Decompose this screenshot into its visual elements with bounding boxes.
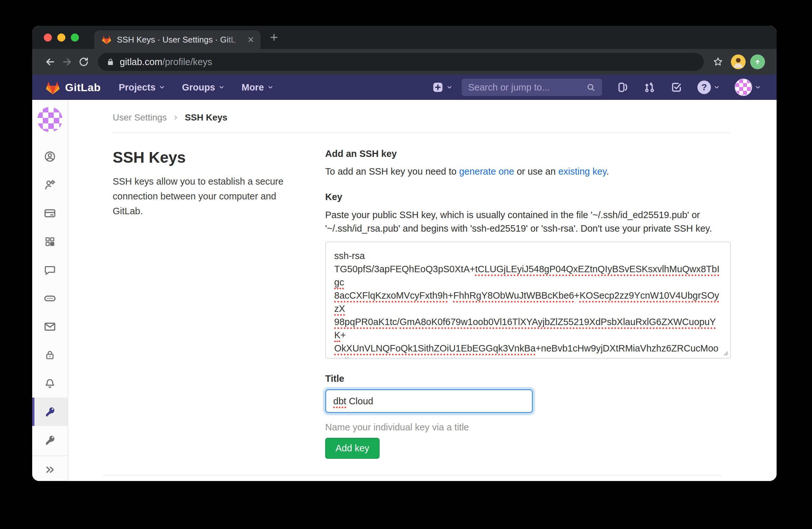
sidebar-item-password[interactable]	[32, 341, 68, 369]
add-key-button[interactable]: Add key	[325, 438, 380, 459]
generate-one-link[interactable]: generate one	[459, 166, 514, 176]
browser-update-button[interactable]	[750, 55, 765, 69]
help-menu[interactable]: ?	[697, 81, 720, 94]
key-icon	[44, 405, 56, 418]
url-host: gitlab.com	[120, 57, 162, 67]
nav-projects-menu[interactable]: Projects	[119, 82, 165, 93]
merge-request-icon[interactable]	[643, 81, 655, 94]
nav-more-menu[interactable]: More	[242, 82, 273, 93]
search-placeholder: Search or jump to...	[468, 82, 586, 93]
sidebar-item-emails[interactable]	[32, 313, 68, 341]
chevron-down-icon	[713, 84, 720, 90]
resize-grip-icon[interactable]	[721, 349, 729, 357]
grid-icon	[44, 236, 56, 247]
section-divider	[103, 475, 721, 475]
sidebar-collapse-button[interactable]	[32, 457, 68, 481]
key-label: Key	[325, 192, 731, 202]
sidebar-item-chat[interactable]	[32, 256, 68, 284]
https-lock-icon	[106, 58, 115, 66]
chevron-down-icon	[218, 84, 225, 90]
browser-toolbar: gitlab.com/profile/keys	[32, 49, 777, 75]
browser-profile-avatar[interactable]	[731, 55, 746, 69]
search-input[interactable]: Search or jump to...	[462, 78, 602, 96]
sidebar-item-applications[interactable]	[32, 227, 68, 256]
tab-title: SSH Keys · User Settings · GitL	[117, 35, 242, 45]
person-circle-icon	[44, 151, 56, 163]
sidebar-item-ssh-keys[interactable]	[32, 398, 68, 426]
plus-square-icon	[432, 82, 444, 93]
intro-text: To add an SSH key you need to generate o…	[325, 166, 731, 177]
search-icon	[586, 83, 596, 92]
gitlab-navbar: GitLab Projects Groups More Search or ju…	[32, 75, 777, 100]
ssh-key-textarea[interactable]: ssh-rsaTG50pfS/3apFEQhEoQ3pS0XtA+tCLUGjL…	[325, 242, 731, 359]
title-input[interactable]: dbt Cloud	[325, 389, 533, 413]
breadcrumb: User Settings SSH Keys	[113, 100, 731, 133]
pill-dots-icon	[43, 292, 56, 305]
envelope-icon	[43, 320, 56, 333]
page-title: SSH Keys	[113, 148, 316, 166]
tab-close-icon[interactable]	[247, 36, 255, 43]
user-avatar	[735, 78, 752, 96]
help-icon: ?	[697, 81, 711, 94]
chevron-down-icon	[755, 84, 761, 90]
sidebar-item-gpg-keys[interactable]	[32, 426, 68, 454]
new-menu-button[interactable]	[432, 82, 453, 93]
zoom-window-button[interactable]	[71, 33, 79, 42]
sidebar-item-billing[interactable]	[32, 199, 68, 227]
existing-key-link[interactable]: existing key	[558, 166, 606, 176]
reload-button[interactable]	[75, 54, 92, 70]
forward-button[interactable]	[59, 54, 75, 70]
todos-icon[interactable]	[670, 81, 683, 94]
browser-tab-bar: SSH Keys · User Settings · GitL	[32, 26, 777, 49]
gitlab-logo[interactable]: GitLab	[45, 80, 101, 95]
breadcrumb-ssh-keys: SSH Keys	[185, 112, 227, 123]
user-menu[interactable]	[735, 78, 761, 96]
person-gear-icon	[44, 179, 56, 191]
title-label: Title	[325, 373, 731, 384]
credit-card-icon	[43, 207, 56, 220]
sidebar-divider	[32, 456, 68, 456]
breadcrumb-user-settings[interactable]: User Settings	[113, 112, 167, 123]
window-controls	[44, 33, 79, 42]
chevron-right-icon	[173, 114, 179, 121]
url-path: /profile/keys	[162, 57, 212, 67]
sidebar-item-notifications[interactable]	[32, 369, 68, 398]
minimize-window-button[interactable]	[57, 33, 66, 42]
settings-sidebar	[32, 100, 68, 481]
page-description: SSH keys allow you to establish a secure…	[113, 174, 305, 218]
key-icon	[44, 434, 56, 446]
browser-window: SSH Keys · User Settings · GitL gitlab.c…	[32, 26, 777, 481]
url-bar[interactable]: gitlab.com/profile/keys	[98, 53, 704, 71]
gitlab-tanuki-icon	[45, 80, 60, 95]
bookmark-star-icon[interactable]	[710, 54, 726, 70]
gitlab-wordmark: GitLab	[65, 81, 101, 94]
gitlab-favicon-icon	[101, 35, 112, 44]
sidebar-item-profile[interactable]	[32, 142, 68, 171]
profile-avatar	[37, 107, 62, 132]
close-window-button[interactable]	[44, 33, 52, 42]
title-input-value: dbt Cloud	[333, 396, 373, 406]
nav-groups-menu[interactable]: Groups	[182, 82, 225, 93]
key-help-text: Paste your public SSH key, which is usua…	[325, 208, 731, 235]
main-content: User Settings SSH Keys SSH Keys SSH keys…	[68, 100, 777, 481]
back-button[interactable]	[42, 54, 59, 70]
lock-icon	[44, 349, 56, 361]
bell-icon	[44, 377, 56, 389]
chevron-down-icon	[267, 84, 274, 90]
issues-icon[interactable]	[616, 81, 628, 94]
sidebar-item-access-tokens[interactable]	[32, 284, 68, 313]
comment-icon	[44, 264, 56, 276]
chevrons-right-icon	[44, 463, 56, 476]
browser-tab[interactable]: SSH Keys · User Settings · GitL	[95, 30, 260, 49]
sidebar-item-account[interactable]	[32, 171, 68, 199]
add-ssh-key-heading: Add an SSH key	[325, 148, 731, 159]
chevron-down-icon	[159, 84, 165, 90]
new-tab-button[interactable]	[269, 32, 279, 43]
title-help-text: Name your individual key via a title	[325, 422, 731, 433]
chevron-down-icon	[446, 84, 453, 90]
